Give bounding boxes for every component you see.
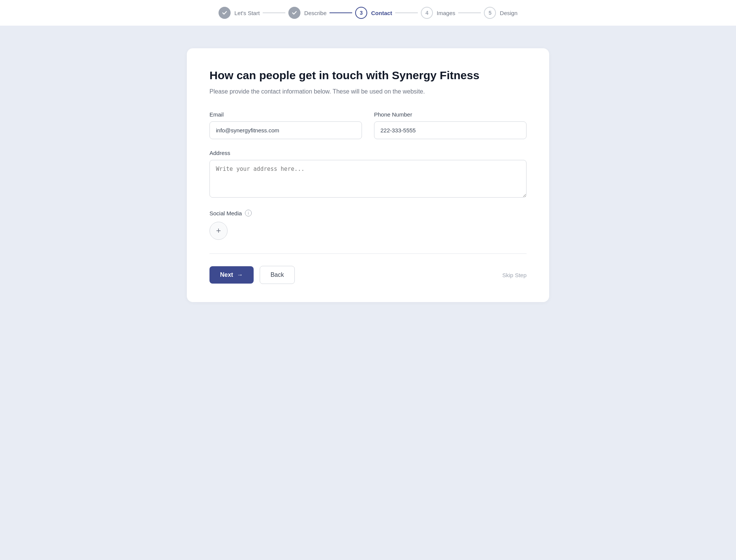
step-2-label: Describe — [304, 10, 326, 16]
email-label: Email — [209, 111, 362, 118]
connector-2-3 — [330, 12, 352, 13]
address-group: Address — [209, 150, 527, 198]
step-2-circle — [288, 7, 300, 19]
step-1-circle — [219, 7, 231, 19]
form-divider — [209, 253, 527, 254]
email-phone-row: Email Phone Number — [209, 111, 527, 139]
connector-3-4 — [395, 12, 418, 13]
next-button[interactable]: Next → — [209, 266, 254, 284]
phone-input[interactable] — [374, 121, 527, 139]
step-3-label: Contact — [371, 10, 392, 16]
skip-step-button[interactable]: Skip Step — [502, 269, 527, 281]
page-subtitle: Please provide the contact information b… — [209, 87, 527, 96]
check-icon — [222, 10, 228, 16]
address-label: Address — [209, 150, 527, 156]
step-2[interactable]: Describe — [288, 7, 326, 19]
email-group: Email — [209, 111, 362, 139]
step-4-label: Images — [437, 10, 455, 16]
arrow-right-icon: → — [237, 272, 243, 278]
social-label-row: Social Media i — [209, 210, 527, 216]
address-textarea[interactable] — [209, 160, 527, 198]
step-3[interactable]: 3 Contact — [355, 7, 392, 19]
actions-row: Next → Back Skip Step — [209, 266, 527, 284]
step-1-label: Let's Start — [234, 10, 260, 16]
connector-1-2 — [263, 12, 285, 13]
connector-4-5 — [458, 12, 481, 13]
social-media-section: Social Media i + — [209, 210, 527, 240]
step-5[interactable]: 5 Design — [484, 7, 517, 19]
back-button[interactable]: Back — [260, 266, 295, 284]
step-4[interactable]: 4 Images — [421, 7, 455, 19]
add-social-button[interactable]: + — [209, 222, 228, 240]
stepper: Let's Start Describe 3 Contact 4 Images … — [0, 0, 736, 26]
social-label: Social Media — [209, 210, 242, 216]
page-title: How can people get in touch with Synergy… — [209, 68, 527, 83]
step-4-circle: 4 — [421, 7, 433, 19]
check-icon-2 — [291, 10, 297, 16]
step-5-circle: 5 — [484, 7, 496, 19]
step-3-circle: 3 — [355, 7, 367, 19]
form-card: How can people get in touch with Synergy… — [187, 48, 549, 302]
phone-label: Phone Number — [374, 111, 527, 118]
email-input[interactable] — [209, 121, 362, 139]
social-info-icon[interactable]: i — [245, 210, 252, 216]
phone-group: Phone Number — [374, 111, 527, 139]
step-1[interactable]: Let's Start — [219, 7, 260, 19]
step-5-label: Design — [500, 10, 517, 16]
main-content: How can people get in touch with Synergy… — [179, 26, 557, 317]
